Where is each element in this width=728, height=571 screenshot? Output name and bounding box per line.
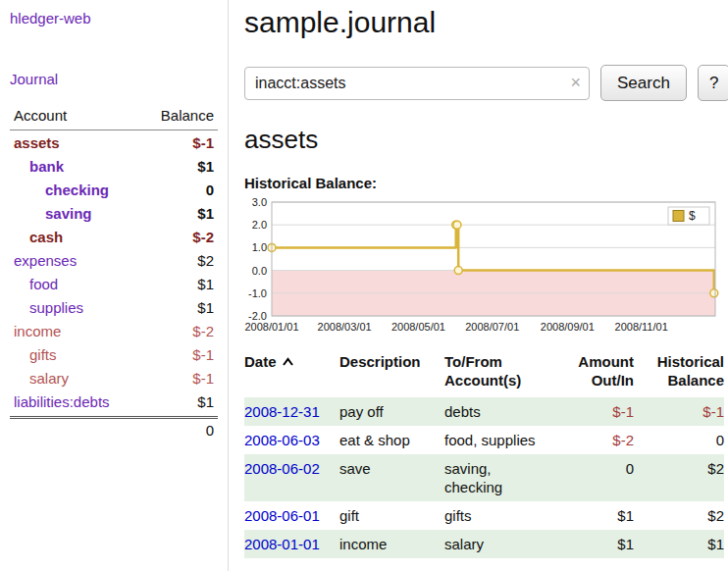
transaction-date-link[interactable]: 2008-12-31 [244, 403, 320, 420]
sidebar-account-supplies[interactable]: supplies [14, 298, 83, 317]
transaction-balance: $1 [634, 530, 724, 558]
transaction-amount: $1 [560, 530, 634, 558]
main-content: sample.journal × Search ? assets Histori… [229, 0, 728, 571]
transaction-accounts: debts [444, 397, 560, 426]
transaction-accounts: saving, checking [444, 454, 560, 501]
accounts-table: Account Balance assets $-1 bank $1 check… [10, 107, 218, 441]
sidebar-account-bank[interactable]: bank [14, 157, 64, 176]
register-row: 2008-06-02 save saving, checking 0 $2 [244, 454, 724, 501]
register-header-row: Date Description To/From Account(s) Amou… [244, 352, 724, 397]
transaction-date-link[interactable]: 2008-01-01 [244, 536, 320, 552]
chart-title: Historical Balance: [244, 175, 728, 191]
sidebar-account-cash[interactable]: cash [14, 228, 63, 246]
transaction-date-link[interactable]: 2008-06-03 [244, 432, 320, 448]
account-balance: 0 [206, 181, 214, 199]
account-row: gifts $-1 [10, 342, 218, 366]
account-row: checking 0 [10, 178, 218, 201]
register-row: 2008-06-03 eat & shop food, supplies $-2… [244, 426, 724, 454]
sidebar-account-checking[interactable]: checking [14, 181, 109, 199]
sidebar-account-food[interactable]: food [14, 275, 58, 293]
balance-column-header: Historical Balance [634, 352, 724, 397]
account-balance: $-1 [192, 345, 214, 364]
transaction-description: eat & shop [339, 426, 444, 454]
sidebar: hledger-web Journal Account Balance asse… [0, 0, 229, 571]
account-balance: $1 [197, 392, 214, 411]
register-row: 2008-06-01 gift gifts $1 $2 [244, 501, 724, 530]
sidebar-account-assets[interactable]: assets [14, 133, 60, 152]
transaction-description: income [339, 530, 444, 558]
historical-balance-chart: 3.02.01.00.0-1.0-2.02008/01/012008/03/01… [244, 196, 728, 340]
search-box: × [244, 67, 590, 100]
account-row: cash $-2 [10, 225, 218, 248]
date-column-header[interactable]: Date [244, 352, 339, 397]
svg-text:2.0: 2.0 [252, 219, 267, 231]
account-row: salary $-1 [10, 366, 218, 389]
balance-column-header: Balance [161, 107, 214, 124]
transaction-balance: 0 [634, 426, 724, 454]
account-row: bank $1 [10, 154, 218, 178]
account-balance: $1 [197, 275, 214, 293]
account-balance: $1 [197, 298, 214, 317]
search-button[interactable]: Search [600, 65, 687, 101]
transaction-amount: 0 [560, 454, 634, 501]
svg-text:1.0: 1.0 [252, 241, 267, 253]
accounts-total: 0 [10, 416, 218, 441]
description-column-header: Description [339, 352, 444, 397]
account-column-header: Account [14, 107, 67, 124]
account-column-header: To/From Account(s) [444, 352, 560, 397]
sidebar-account-expenses[interactable]: expenses [14, 251, 77, 270]
account-balance: $-2 [192, 322, 214, 340]
transaction-accounts: salary [444, 530, 560, 558]
legend-label: $ [689, 209, 696, 223]
transaction-date-link[interactable]: 2008-06-01 [244, 507, 320, 524]
svg-text:-1.0: -1.0 [248, 287, 267, 299]
account-balance: $1 [197, 157, 214, 176]
account-row: income $-2 [10, 319, 218, 342]
register-row: 2008-01-01 income salary $1 $1 [244, 530, 724, 558]
svg-text:2008/07/01: 2008/07/01 [465, 321, 519, 333]
transaction-accounts: food, supplies [444, 426, 560, 454]
transaction-accounts: gifts [444, 501, 560, 530]
sidebar-account-gifts[interactable]: gifts [14, 345, 57, 364]
page-title: sample.journal [244, 6, 728, 39]
transaction-description: save [339, 454, 444, 501]
search-input[interactable] [244, 67, 590, 100]
register-table: Date Description To/From Account(s) Amou… [244, 352, 724, 558]
accounts-table-header: Account Balance [10, 107, 218, 130]
sidebar-account-income[interactable]: income [14, 322, 61, 340]
account-row: supplies $1 [10, 295, 218, 319]
account-heading: assets [244, 125, 728, 155]
sidebar-account-salary[interactable]: salary [14, 369, 69, 388]
account-balance: $-1 [192, 369, 214, 388]
account-balance: $1 [197, 204, 214, 223]
hledger-web-app: hledger-web Journal Account Balance asse… [0, 0, 728, 571]
transaction-date-link[interactable]: 2008-06-02 [244, 460, 320, 477]
legend-swatch-icon [673, 211, 684, 222]
app-title-link[interactable]: hledger-web [10, 10, 218, 26]
svg-text:3.0: 3.0 [252, 196, 267, 208]
svg-text:2008/09/01: 2008/09/01 [541, 321, 595, 333]
sidebar-item-journal[interactable]: Journal [10, 71, 218, 87]
transaction-description: gift [339, 501, 444, 530]
transaction-balance: $-1 [634, 397, 724, 426]
svg-text:0.0: 0.0 [252, 265, 267, 277]
account-balance: $-1 [192, 133, 214, 152]
amount-column-header: Amount Out/In [560, 352, 634, 397]
sidebar-account-liabilities-debts[interactable]: liabilities:debts [14, 392, 110, 411]
account-row: food $1 [10, 272, 218, 295]
account-balance: $2 [197, 251, 214, 270]
transaction-description: pay off [339, 397, 444, 426]
account-row: expenses $2 [10, 248, 218, 272]
clear-search-icon[interactable]: × [570, 73, 581, 92]
svg-text:2008/01/01: 2008/01/01 [244, 321, 298, 333]
search-form: × Search ? [244, 65, 728, 101]
sort-ascending-icon [282, 357, 294, 367]
help-button[interactable]: ? [698, 65, 728, 101]
transaction-amount: $-2 [560, 426, 634, 454]
account-row: assets $-1 [10, 130, 218, 154]
transaction-balance: $2 [634, 454, 724, 501]
account-balance: $-2 [192, 228, 214, 246]
svg-text:2008/11/01: 2008/11/01 [615, 321, 668, 333]
transaction-amount: $-1 [560, 397, 634, 426]
sidebar-account-saving[interactable]: saving [14, 204, 92, 223]
